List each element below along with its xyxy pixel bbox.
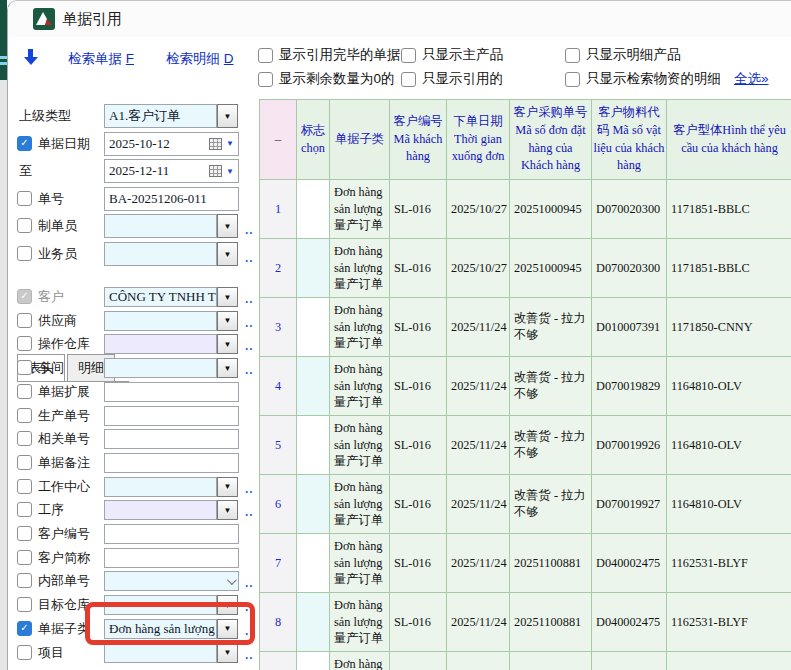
table-row[interactable]: 1Đơn hàng sản lượng 量产订单SL-0162025/10/27… [260,180,791,239]
filter-field[interactable]: A1.客户订单 [104,104,217,128]
cell-order_date[interactable]: 2025/11/24 [447,416,510,475]
cell-subtype[interactable]: Đơn hàng sản lượng 量产订单 [330,475,390,534]
cell-model[interactable]: 1164810-OLV [667,416,791,475]
cell-material_code[interactable]: D070019927 [592,475,667,534]
cell-customer_code[interactable]: SL-016 [390,475,447,534]
cell-po[interactable]: 改善货 - 拉力不够 [510,416,592,475]
filter-field[interactable] [104,571,239,591]
dropdown-button[interactable]: ▼ [217,214,238,238]
cell-customer_code[interactable]: SL-016 [390,416,447,475]
table-row[interactable]: 6Đơn hàng sản lượng 量产订单SL-0162025/11/24… [260,475,791,534]
filter-field[interactable] [104,429,239,449]
dropdown-button[interactable]: ▼ [217,287,238,307]
filter-checkbox[interactable] [17,191,32,206]
cell-customer_code[interactable]: SL-016 [390,357,447,416]
cell-po[interactable]: 20251000945 [510,180,592,239]
browse-dots-button[interactable]: .. [245,482,254,496]
dropdown-button[interactable]: ▼ [217,334,238,354]
checkbox-box[interactable] [258,72,273,87]
search-detail-link[interactable]: 检索明细 D [166,50,234,68]
dropdown-arrow-icon[interactable]: ▼ [226,139,234,148]
cell-po[interactable]: 20251100881 [510,593,592,652]
column-header-subtype[interactable]: 单据子类 [330,100,390,180]
filter-checkbox[interactable] [17,336,32,351]
table-row[interactable]: 7Đơn hàng sản lượng 量产订单SL-0162025/11/24… [260,534,791,593]
browse-dots-button[interactable]: .. [245,316,254,330]
filter-checkbox[interactable]: ✓ [17,136,32,151]
dropdown-button[interactable]: ▼ [217,242,238,266]
column-header-flag[interactable]: 标志 chọn [297,100,330,180]
dropdown-button[interactable]: ▼ [217,104,238,128]
cell-flag[interactable] [297,357,330,416]
dropdown-button[interactable]: ▼ [217,500,238,520]
checkbox-show-referenced[interactable]: 只显示引用的 [401,70,503,88]
filter-checkbox[interactable] [17,431,32,446]
cell-subtype[interactable]: Đơn hàng sản lượng 量产订单 [330,416,390,475]
column-header-model[interactable]: 客户型体Hình thể yêu cầu của khách hàng [667,100,791,180]
filter-checkbox[interactable] [17,479,32,494]
cell-material_code[interactable]: D040002475 [592,593,667,652]
cell-model[interactable]: 1164810-OLV [667,475,791,534]
table-row[interactable]: 2Đơn hàng sản lượng 量产订单SL-0162025/10/27… [260,239,791,298]
filter-checkbox[interactable]: ✓ [17,289,32,304]
cell-model[interactable]: 1171851-BBLC [667,180,791,239]
cell-order_date[interactable]: 2025/10/27 [447,239,510,298]
cell-order_date[interactable]: 2025/11/24 [447,534,510,593]
cell-num[interactable]: 2 [260,239,297,298]
filter-field[interactable] [104,242,217,266]
filter-field[interactable] [104,453,239,473]
filter-field[interactable] [104,214,217,238]
browse-dots-button[interactable]: .. [245,251,254,265]
select-all-link[interactable]: 全选» [734,70,769,88]
cell-material_code[interactable]: D040002475 [592,534,667,593]
filter-field[interactable]: BA-20251206-011 [104,187,239,211]
cell-order_date[interactable]: 2025/10/27 [447,180,510,239]
cell-num[interactable]: 8 [260,593,297,652]
filter-checkbox[interactable] [17,502,32,517]
cell-num[interactable]: 6 [260,475,297,534]
checkbox-show-fully-referenced[interactable]: 显示引用完毕的单据 [258,46,401,64]
filter-checkbox[interactable] [17,597,32,612]
filter-checkbox[interactable] [17,645,32,660]
column-header-material_code[interactable]: 客户物料代码 Mã số vật liệu của khách hàng [592,100,667,180]
cell-num[interactable]: 7 [260,534,297,593]
filter-checkbox[interactable] [17,246,32,261]
dropdown-button[interactable]: ▼ [217,643,238,663]
calendar-icon[interactable] [209,138,222,150]
cell-flag[interactable] [297,416,330,475]
filter-field[interactable] [104,406,239,426]
cell-subtype[interactable]: Đơn hàng sản lượng 量产订单 [330,652,390,670]
cell-num[interactable]: 3 [260,298,297,357]
checkbox-box[interactable] [258,48,273,63]
filter-field[interactable]: 2025-12-11▼ [104,159,239,183]
browse-dots-button[interactable]: .. [245,600,254,614]
checkbox-box[interactable] [401,72,416,87]
cell-model[interactable] [667,652,791,670]
browse-dots-button[interactable]: .. [245,292,254,306]
cell-model[interactable]: 1171850-CNNY [667,298,791,357]
checkbox-box[interactable] [565,48,580,63]
cell-flag[interactable] [297,298,330,357]
table-row[interactable]: 4Đơn hàng sản lượng 量产订单SL-0162025/11/24… [260,357,791,416]
cell-flag[interactable] [297,652,330,670]
cell-subtype[interactable]: Đơn hàng sản lượng 量产订单 [330,180,390,239]
dropdown-button[interactable]: ▼ [217,358,238,378]
table-row[interactable]: 8Đơn hàng sản lượng 量产订单SL-0162025/11/24… [260,593,791,652]
cell-po[interactable]: 20251100881 [510,534,592,593]
dropdown-button[interactable]: ▼ [217,477,238,497]
column-header-customer_code[interactable]: 客户编号 Mã khách hàng [390,100,447,180]
down-arrow-icon[interactable] [24,49,38,65]
checkbox-box[interactable] [401,48,416,63]
filter-field[interactable] [104,548,239,568]
filter-field[interactable] [104,524,239,544]
cell-model[interactable]: 1164810-OLV [667,357,791,416]
browse-dots-button[interactable]: .. [245,505,254,519]
column-header-po[interactable]: 客户采购单号 Mã số đơn đặt hàng của Khách hàng [510,100,592,180]
filter-field[interactable] [104,358,217,378]
filter-field[interactable] [104,311,217,331]
cell-order_date[interactable]: 2025/11/24 [447,298,510,357]
cell-order_date[interactable]: 2025/11/24 [447,475,510,534]
cell-material_code[interactable] [592,652,667,670]
cell-flag[interactable] [297,239,330,298]
filter-field[interactable] [104,595,217,615]
